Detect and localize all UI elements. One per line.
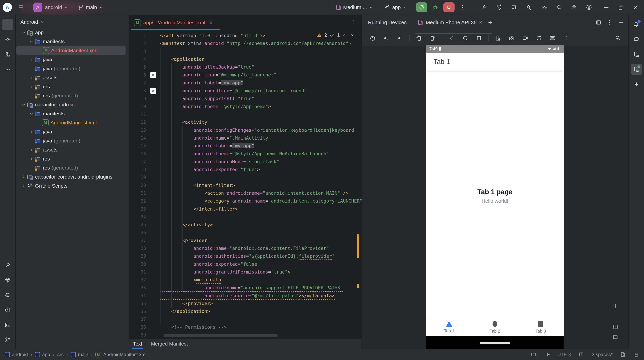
editor-view-tab-merged-manifest[interactable]: Merged Manifest xyxy=(151,339,188,349)
camera-button[interactable] xyxy=(507,34,516,42)
new-tab-icon[interactable]: + xyxy=(488,18,492,26)
settings-button[interactable] xyxy=(568,2,580,12)
device-settings-button[interactable] xyxy=(494,34,502,42)
inspections-widget[interactable] xyxy=(578,352,584,358)
build-button[interactable] xyxy=(478,2,490,12)
tree-item-app[interactable]: app xyxy=(16,28,129,37)
tool-window-button-structure[interactable] xyxy=(2,49,13,60)
snapshot-restore-button[interactable] xyxy=(534,34,543,42)
phone-nav-bar[interactable] xyxy=(426,336,564,349)
close-device-tab-icon[interactable]: ✕ xyxy=(479,20,483,25)
sync-device-button[interactable]: A xyxy=(494,2,505,12)
tree-item-assets[interactable]: assets xyxy=(16,145,129,154)
device-selector[interactable]: Medium ... xyxy=(335,4,373,10)
editor-tab-options-button[interactable] xyxy=(350,19,357,26)
tool-window-button-terminal[interactable] xyxy=(2,319,13,331)
tool-window-button-commit[interactable] xyxy=(2,34,13,45)
home-button[interactable] xyxy=(461,34,470,42)
attach-debugger-button[interactable] xyxy=(524,2,534,12)
zoom-mode-button[interactable] xyxy=(614,34,622,42)
launcher-icon-preview[interactable]: × xyxy=(150,72,156,78)
status-lf[interactable]: LF xyxy=(544,352,550,357)
close-window-button[interactable] xyxy=(630,2,641,12)
vcs-widget[interactable]: main xyxy=(78,4,103,10)
profile-button[interactable] xyxy=(583,2,594,12)
rotate-right-button[interactable] xyxy=(428,34,437,42)
rotate-left-button[interactable] xyxy=(415,34,423,42)
restart-activity-button[interactable] xyxy=(508,2,520,12)
tree-item-res[interactable]: res xyxy=(16,82,129,91)
project-view-selector[interactable]: Android xyxy=(16,15,129,28)
tree-item-java[interactable]: java(generated) xyxy=(16,64,129,73)
volume-down-button[interactable] xyxy=(396,34,404,42)
search-button[interactable] xyxy=(553,2,564,12)
minimize-window-button[interactable] xyxy=(601,2,612,12)
volume-up-button[interactable] xyxy=(382,34,390,42)
tree-item-res[interactable]: res xyxy=(16,154,129,163)
zoom-level[interactable]: 1:1 xyxy=(612,325,618,330)
screen-record-button[interactable] xyxy=(521,34,530,42)
tree-item-gradle-scripts[interactable]: Gradle Scripts xyxy=(16,181,129,190)
inspections-widget[interactable]: 2 1 xyxy=(316,32,356,38)
horizontal-scrollbar[interactable] xyxy=(164,334,278,337)
breadcrumb-item-src[interactable]: src xyxy=(57,352,64,357)
status-2-spaces-[interactable]: 2 spaces* xyxy=(592,352,613,357)
breadcrumb-item-android[interactable]: android xyxy=(5,352,28,357)
tree-item-res[interactable]: res(generated) xyxy=(16,163,129,172)
more-button[interactable] xyxy=(562,34,570,42)
run-config-selector[interactable]: app xyxy=(384,4,407,10)
tool-window-button-running-devices[interactable] xyxy=(631,64,642,75)
tool-window-button-version-control[interactable] xyxy=(2,334,13,346)
tree-item-androidmanifest-xml[interactable]: MAndroidManifest.xml xyxy=(16,118,129,127)
tree-item-manifests[interactable]: manifests xyxy=(16,37,129,46)
project-widget[interactable]: android xyxy=(45,4,68,10)
tool-window-button-more-tools[interactable] xyxy=(2,64,13,75)
debug-button[interactable] xyxy=(430,2,441,12)
phone-tab-tab-3[interactable]: Tab 3 xyxy=(518,318,564,336)
tool-window-button-gemini[interactable] xyxy=(2,274,13,286)
status-1-1[interactable]: 1:1 xyxy=(530,352,537,357)
overview-button[interactable] xyxy=(475,34,483,42)
tool-window-button-notifications[interactable] xyxy=(631,19,642,30)
stop-button[interactable] xyxy=(443,2,454,12)
tree-item-assets[interactable]: assets xyxy=(16,73,129,82)
tool-window-button-gradle[interactable] xyxy=(631,34,642,45)
back-button[interactable] xyxy=(448,34,456,42)
zoom-out-button[interactable]: − xyxy=(613,314,618,320)
virtual-input-button[interactable] xyxy=(548,34,557,42)
zoom-in-button[interactable]: + xyxy=(613,303,618,310)
breadcrumb-item-main[interactable]: main xyxy=(71,352,88,357)
profiler-button[interactable] xyxy=(538,2,550,12)
phone-tab-tab-1[interactable]: Tab 1 xyxy=(426,318,472,336)
tree-item-androidmanifest-xml[interactable]: MAndroidManifest.xml xyxy=(16,46,126,55)
device-tab[interactable]: Medium Phone API 35 ✕ + xyxy=(417,18,492,26)
editor-view-tab-text[interactable]: Text xyxy=(133,339,142,349)
run-more-button[interactable] xyxy=(457,2,468,12)
unlock-widget[interactable] xyxy=(634,352,639,358)
tree-item-manifests[interactable]: manifests xyxy=(16,109,129,118)
breadcrumb-item-androidmanifest-xml[interactable]: MAndroidManifest.xml xyxy=(96,352,146,358)
tool-window-button-device-manager[interactable] xyxy=(631,49,642,60)
close-tab-icon[interactable]: ✕ xyxy=(209,20,213,25)
breadcrumb-item-app[interactable]: app xyxy=(35,352,50,357)
tool-window-button-project[interactable] xyxy=(2,19,13,30)
emulator-screen[interactable]: 7:49 Tab 1 Tab 1 page Hello world! Tab 1… xyxy=(426,45,564,349)
tree-item-capacitor-android[interactable]: capacitor-android xyxy=(16,100,129,109)
tree-item-capacitor-cordova-android-plugins[interactable]: capacitor-cordova-android-plugins xyxy=(16,172,129,181)
tree-item-res[interactable]: res(generated) xyxy=(16,91,129,100)
main-menu-button[interactable] xyxy=(15,2,26,12)
tool-window-button-logcat[interactable] xyxy=(2,289,13,301)
phone-tab-tab-2[interactable]: Tab 2 xyxy=(472,318,518,336)
tree-item-java[interactable]: java xyxy=(16,127,129,136)
code-style-widget[interactable] xyxy=(620,352,626,358)
tree-item-java[interactable]: java xyxy=(16,55,129,64)
status-utf-8[interactable]: UTF-8 xyxy=(558,352,571,357)
launcher-icon-preview[interactable]: × xyxy=(150,88,156,94)
tool-window-button-build[interactable] xyxy=(2,259,13,271)
tool-window-button-problems[interactable] xyxy=(2,304,13,316)
power-button[interactable] xyxy=(368,34,377,42)
code-editor[interactable]: 2 1 1<?xml version="1.0" encoding="utf-8… xyxy=(129,31,362,339)
tool-window-button-assistant[interactable] xyxy=(631,79,642,90)
tree-item-java[interactable]: java(generated) xyxy=(16,136,129,145)
editor-tab-androidmanifest[interactable]: M app/.../AndroidManifest.xml ✕ xyxy=(129,19,213,26)
